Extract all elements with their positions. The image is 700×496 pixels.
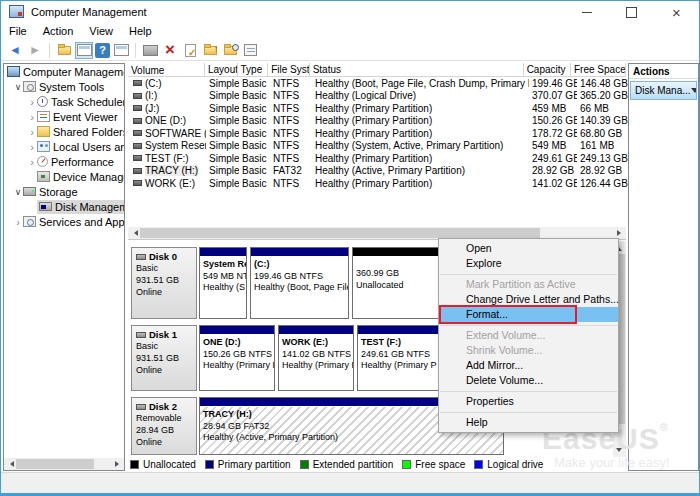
scrollbar-thumb[interactable] (16, 459, 94, 469)
scrollbar-thumb[interactable] (140, 228, 540, 238)
show-action-pane-icon[interactable] (112, 42, 130, 59)
menu-item-delete-volume[interactable]: Delete Volume... (439, 373, 618, 388)
task-scheduler-icon (37, 96, 48, 107)
chevron-expanded-icon[interactable] (13, 187, 23, 197)
minimize-button[interactable] (564, 1, 609, 23)
menu-separator (440, 412, 617, 413)
volume-row-selected[interactable]: TRACY (H:) SimpleBasic FAT32Healthy (Act… (128, 165, 626, 178)
forward-icon[interactable] (26, 42, 44, 59)
disk-0-label[interactable]: Disk 0 Basic 931.51 GB Online (131, 247, 197, 319)
back-icon[interactable] (6, 42, 24, 59)
screen-icon[interactable] (141, 42, 159, 59)
primary-partition-color-bar (251, 248, 348, 257)
chevron-collapsed-icon[interactable] (27, 156, 37, 168)
device-manager-icon (37, 171, 50, 182)
tree-item-shared-folders[interactable]: Shared Folders (4, 124, 124, 139)
chevron-collapsed-icon[interactable] (27, 96, 37, 108)
scroll-left-icon[interactable] (128, 227, 140, 239)
column-type[interactable]: Type (238, 63, 269, 76)
volume-icon (133, 168, 142, 174)
column-layout[interactable]: Layout (205, 63, 238, 76)
chevron-collapsed-icon[interactable] (27, 126, 37, 138)
menu-view[interactable]: View (81, 23, 121, 40)
tree-item-disk-management[interactable]: Disk Management (4, 199, 124, 214)
tree-item-system-tools[interactable]: System Tools (4, 79, 124, 94)
scroll-right-icon[interactable] (112, 458, 124, 470)
volume-row[interactable]: System Reserved SimpleBasic NTFSHealthy … (128, 140, 626, 153)
volume-row[interactable]: ONE (D:) SimpleBasic NTFSHealthy (Primar… (128, 115, 626, 128)
column-volume[interactable]: Volume (128, 63, 205, 76)
volume-icon (133, 118, 142, 124)
column-file-system[interactable]: File System (268, 63, 309, 76)
menu-item-open[interactable]: Open (439, 241, 618, 256)
scroll-left-icon[interactable] (4, 458, 16, 470)
title-bar: Computer Management (1, 1, 699, 23)
volume-icon (133, 130, 142, 136)
menu-action[interactable]: Action (35, 23, 82, 40)
menu-item-help[interactable]: Help (439, 415, 618, 430)
tree-item-event-viewer[interactable]: Event Viewer (4, 109, 124, 124)
volume-row[interactable]: TEST (F:) SimpleBasic NTFSHealthy (Prima… (128, 152, 626, 165)
storage-icon (23, 187, 36, 196)
help-icon[interactable] (95, 43, 110, 58)
tree-item-task-scheduler[interactable]: Task Scheduler (4, 94, 124, 109)
scroll-down-icon[interactable] (613, 445, 625, 457)
menu-item-format[interactable]: Format... (439, 307, 618, 322)
partition-system-reserved[interactable]: System Re 549 MB NT Healthy (S (199, 247, 247, 319)
volume-row[interactable]: (J:) SimpleBasic NTFSHealthy (Primary Pa… (128, 102, 626, 115)
menu-item-explore[interactable]: Explore (439, 256, 618, 271)
menu-help[interactable]: Help (121, 23, 160, 40)
tree-horizontal-scrollbar[interactable] (4, 458, 124, 470)
properties-icon[interactable] (241, 42, 259, 59)
partition-work-e[interactable]: WORK (E:) 141.02 GB NTFS Healthy (Primar… (278, 325, 354, 391)
volume-row[interactable]: (C:) SimpleBasic NTFSHealthy (Boot, Page… (128, 77, 626, 90)
volume-icon (133, 80, 142, 86)
chevron-expanded-icon[interactable] (13, 82, 23, 92)
app-icon (9, 5, 24, 18)
tree-item-local-users-groups[interactable]: Local Users and Gr (4, 139, 124, 154)
partition-c[interactable]: (C:) 199.46 GB NTFS Healthy (Boot, Page … (250, 247, 349, 319)
menu-separator (440, 391, 617, 392)
disk-1-label[interactable]: Disk 1 Basic 931.51 GB Online (131, 325, 197, 391)
show-console-tree-icon[interactable] (75, 42, 93, 59)
chevron-down-icon (691, 88, 697, 97)
legend-swatch-blue (474, 460, 483, 469)
disk-icon (136, 332, 146, 338)
disk-management-actions-button[interactable]: Disk Mana... (630, 81, 697, 100)
disk-icon (136, 254, 146, 260)
tree-item-services-applications[interactable]: Services and Applicatio (4, 214, 124, 229)
find-folder-icon[interactable] (221, 42, 239, 59)
volume-icon (133, 180, 142, 186)
menu-item-add-mirror[interactable]: Add Mirror... (439, 358, 618, 373)
chevron-collapsed-icon[interactable] (27, 111, 37, 123)
computer-management-window: Computer Management File Action View Hel… (0, 0, 700, 496)
volume-row[interactable]: (I:) SimpleBasic NTFSHealthy (Logical Dr… (128, 90, 626, 103)
menu-item-properties[interactable]: Properties (439, 394, 618, 409)
tree-item-storage[interactable]: Storage (4, 184, 124, 199)
tree-item-performance[interactable]: Performance (4, 154, 124, 169)
menu-file[interactable]: File (1, 23, 35, 40)
menu-item-mark-partition-active: Mark Partition as Active (439, 277, 618, 292)
disk-2-label[interactable]: Disk 2 Removable 28.94 GB Online (131, 397, 197, 455)
column-capacity[interactable]: Capacity (524, 63, 571, 76)
volume-row[interactable]: WORK (E:) SimpleBasic NTFSHealthy (Prima… (128, 177, 626, 190)
open-folder-icon[interactable] (201, 42, 219, 59)
tree-item-computer-management[interactable]: Computer Management ( (4, 64, 124, 79)
legend-logical-drive: Logical drive (474, 459, 543, 470)
tree-item-device-manager[interactable]: Device Manager (4, 169, 124, 184)
column-free-space[interactable]: Free Space (571, 63, 626, 76)
chevron-collapsed-icon[interactable] (27, 141, 37, 153)
maximize-button[interactable] (609, 1, 654, 23)
menu-item-shrink-volume: Shrink Volume... (439, 343, 618, 358)
menu-separator (440, 274, 617, 275)
menu-item-change-drive-letter[interactable]: Change Drive Letter and Paths... (439, 292, 618, 307)
volume-row[interactable]: SOFTWARE (G:) SimpleBasic NTFSHealthy (P… (128, 127, 626, 140)
check-document-icon[interactable] (181, 42, 199, 59)
computer-icon (7, 66, 20, 77)
column-status[interactable]: Status (310, 63, 524, 76)
partition-one-d[interactable]: ONE (D:) 150.26 GB NTFS Healthy (Primary… (199, 325, 275, 391)
close-button[interactable] (654, 1, 699, 23)
chevron-collapsed-icon[interactable] (13, 216, 23, 228)
export-list-icon[interactable] (55, 42, 73, 59)
delete-volume-icon[interactable] (161, 42, 179, 59)
